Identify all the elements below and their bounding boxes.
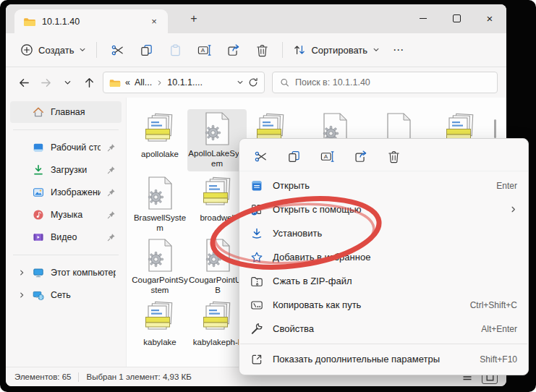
sidebar-item-label: Видео bbox=[51, 232, 101, 242]
recent-locations-button[interactable] bbox=[56, 72, 78, 93]
zip-file-icon bbox=[142, 112, 177, 147]
delete-button[interactable] bbox=[247, 38, 276, 62]
downloads-icon bbox=[33, 164, 44, 176]
menu-item-shortcut: Alt+Enter bbox=[481, 324, 517, 334]
file-tile[interactable]: broadwell bbox=[189, 176, 247, 223]
file-tile[interactable]: kabylakeph-h bbox=[189, 300, 247, 347]
rename-icon[interactable] bbox=[320, 150, 334, 163]
chevron-right-icon[interactable] bbox=[17, 269, 26, 276]
pin-icon bbox=[107, 143, 116, 152]
toolbar-divider bbox=[96, 42, 97, 58]
menu-item-open-with[interactable]: Открыть с помощью bbox=[239, 197, 528, 221]
search-box[interactable] bbox=[272, 72, 498, 93]
more-options-button[interactable]: ⋯ bbox=[384, 43, 413, 56]
folder-icon bbox=[109, 78, 121, 88]
share-icon[interactable] bbox=[354, 150, 367, 163]
crumb-prefix[interactable]: « bbox=[125, 77, 130, 88]
star-icon bbox=[250, 251, 263, 264]
chevron-right-icon bbox=[156, 80, 163, 86]
chevron-right-icon[interactable] bbox=[17, 291, 26, 299]
paste-icon bbox=[169, 43, 182, 57]
new-tab-button[interactable]: + bbox=[185, 10, 203, 27]
menu-item-shortcut: Shift+F10 bbox=[480, 354, 517, 365]
copy-button[interactable] bbox=[132, 38, 161, 62]
minimize-button[interactable] bbox=[407, 4, 440, 32]
vertical-scrollbar-thumb[interactable] bbox=[494, 119, 496, 138]
sidebar-item-downloads[interactable]: Загрузки bbox=[10, 159, 122, 181]
back-button[interactable] bbox=[13, 72, 35, 93]
chevron-right-icon bbox=[509, 205, 517, 213]
file-tile[interactable]: CougarPointUSB bbox=[189, 238, 247, 295]
share-button[interactable] bbox=[218, 38, 247, 62]
cut-icon[interactable] bbox=[254, 150, 268, 163]
new-button[interactable]: Создать bbox=[16, 39, 90, 61]
menu-item-open[interactable]: Открыть Enter bbox=[239, 174, 528, 197]
sidebar-item-desktop[interactable]: Рабочий стол bbox=[10, 137, 122, 158]
sidebar-item-label: Изображения bbox=[51, 187, 101, 197]
menu-item-compress-zip[interactable]: Сжать в ZIP-файл bbox=[239, 269, 528, 293]
sidebar-item-videos[interactable]: Видео bbox=[10, 226, 122, 248]
breadcrumb-current[interactable]: 10.1.1.... bbox=[167, 77, 203, 88]
menu-item-copy-path[interactable]: Копировать как путь Ctrl+Shift+C bbox=[239, 293, 528, 317]
sidebar-item-label: Сеть bbox=[51, 290, 116, 300]
trash-icon[interactable] bbox=[387, 150, 401, 163]
tab-close-button[interactable]: × bbox=[146, 14, 162, 29]
share-icon bbox=[226, 43, 240, 57]
menu-item-properties[interactable]: Свойства Alt+Enter bbox=[239, 317, 528, 341]
chevron-down-icon bbox=[64, 79, 72, 87]
close-button[interactable]: × bbox=[473, 4, 506, 32]
menu-item-install[interactable]: Установить bbox=[239, 221, 528, 245]
paste-button[interactable] bbox=[161, 38, 190, 62]
cut-button[interactable] bbox=[103, 38, 132, 62]
file-tile[interactable]: CougarPointSystem bbox=[131, 238, 189, 295]
trash-icon bbox=[255, 43, 269, 57]
copy-path-icon bbox=[250, 299, 263, 312]
context-menu-quick-actions bbox=[239, 142, 528, 171]
sidebar-item-pictures[interactable]: Изображения bbox=[10, 182, 122, 203]
selection-info: Выбран 1 элемент: 4,93 КБ bbox=[86, 372, 191, 381]
chevron-down-icon bbox=[373, 46, 380, 54]
pictures-icon bbox=[33, 187, 44, 198]
file-tile[interactable]: apollolake bbox=[131, 112, 189, 159]
cut-icon bbox=[111, 43, 124, 57]
show-more-icon bbox=[250, 353, 263, 366]
copy-icon[interactable] bbox=[287, 150, 301, 163]
music-icon bbox=[33, 209, 44, 221]
rename-button[interactable] bbox=[190, 38, 218, 62]
arrow-up-icon bbox=[83, 77, 95, 89]
chevron-down-icon bbox=[79, 46, 86, 54]
maximize-button[interactable] bbox=[440, 4, 473, 32]
tab-current[interactable]: 10.1.1.40 × bbox=[14, 9, 168, 33]
menu-item-label: Сжать в ZIP-файл bbox=[273, 276, 517, 286]
navigation-sidebar: Главная Рабочий стол Загрузки bbox=[6, 98, 126, 367]
refresh-icon[interactable] bbox=[248, 77, 258, 88]
menu-item-add-favorites[interactable]: Добавить в избранное bbox=[239, 245, 528, 269]
sidebar-item-home[interactable]: Главная bbox=[10, 101, 122, 123]
menu-item-label: Свойства bbox=[273, 323, 472, 334]
sidebar-item-network[interactable]: Сеть bbox=[10, 284, 122, 306]
file-tile-selected[interactable]: ApolloLakeSystem bbox=[187, 109, 247, 171]
pin-icon bbox=[107, 233, 116, 242]
network-icon bbox=[33, 289, 44, 301]
chevron-down-icon[interactable] bbox=[237, 79, 244, 86]
sidebar-item-music[interactable]: Музыка bbox=[10, 204, 122, 226]
breadcrumb-parent[interactable]: All... bbox=[135, 77, 152, 88]
navigation-bar: « All... 10.1.1.... bbox=[6, 67, 506, 98]
address-bar[interactable]: « All... 10.1.1.... bbox=[103, 72, 265, 93]
video-icon bbox=[33, 231, 44, 243]
sort-button[interactable]: Сортировать bbox=[289, 39, 384, 61]
menu-item-label: Установить bbox=[273, 228, 517, 239]
up-button[interactable] bbox=[78, 72, 100, 93]
menu-item-show-more-options[interactable]: Показать дополнительные параметры Shift+… bbox=[239, 347, 528, 371]
file-tile[interactable]: kabylake bbox=[131, 300, 189, 347]
search-input[interactable] bbox=[295, 77, 490, 88]
pin-icon bbox=[107, 210, 116, 219]
file-tile[interactable]: BraswellSystem bbox=[131, 176, 189, 233]
sidebar-item-label: Рабочий стол bbox=[51, 142, 101, 153]
pin-icon bbox=[107, 188, 116, 197]
menu-item-label: Добавить в избранное bbox=[273, 252, 517, 263]
forward-button[interactable] bbox=[35, 72, 56, 93]
setup-file-icon bbox=[142, 238, 177, 273]
menu-item-label: Открыть bbox=[273, 180, 487, 191]
sidebar-item-this-pc[interactable]: Этот компьютер bbox=[10, 262, 122, 284]
